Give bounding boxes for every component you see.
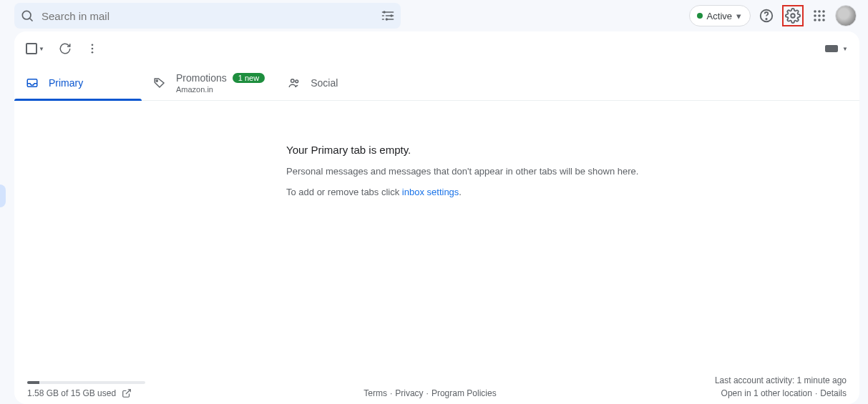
empty-state: Your Primary tab is empty. Personal mess… <box>14 101 859 370</box>
empty-line3: To add or remove tabs click inbox settin… <box>286 187 859 197</box>
svg-point-7 <box>791 14 795 18</box>
svg-point-2 <box>383 11 385 13</box>
tab-subtitle: Amazon.in <box>176 85 265 94</box>
svg-point-4 <box>386 18 388 20</box>
empty-title: Your Primary tab is empty. <box>286 144 859 156</box>
svg-point-10 <box>822 10 825 13</box>
privacy-link[interactable]: Privacy <box>395 388 423 398</box>
search-icon <box>20 9 34 23</box>
open-in-new-icon[interactable] <box>122 388 132 398</box>
svg-point-13 <box>822 14 825 17</box>
tab-label: Social <box>311 77 338 89</box>
category-tabs: Primary Promotions 1 new Amazon.in Socia… <box>14 66 859 101</box>
status-label: Active <box>707 11 732 21</box>
svg-point-3 <box>390 14 392 16</box>
svg-point-16 <box>822 19 825 21</box>
svg-point-0 <box>22 11 31 19</box>
details-link[interactable]: Details <box>820 388 847 398</box>
people-icon <box>288 77 301 89</box>
svg-point-18 <box>92 48 94 50</box>
settings-button[interactable] <box>782 5 804 26</box>
chevron-down-icon: ▾ <box>736 11 741 21</box>
tag-icon <box>153 77 166 89</box>
svg-point-23 <box>296 80 298 83</box>
footer-links: Terms·Privacy·Program Policies <box>145 388 715 398</box>
activity-line2: Open in 1 other location <box>721 388 812 398</box>
activity-line1: Last account activity: 1 minute ago <box>715 375 847 385</box>
storage-section: 1.58 GB of 15 GB used <box>27 381 145 398</box>
chevron-down-icon: ▼ <box>39 46 44 52</box>
inbox-icon <box>26 77 39 89</box>
tab-primary[interactable]: Primary <box>14 66 142 100</box>
tab-label: Promotions <box>176 72 227 84</box>
storage-text: 1.58 GB of 15 GB used <box>27 388 116 398</box>
toolbar: ▼ ▼ <box>14 31 859 66</box>
tab-social[interactable]: Social <box>276 66 404 100</box>
active-status-dot-icon <box>697 13 703 19</box>
storage-bar <box>27 381 145 384</box>
new-badge: 1 new <box>233 73 265 83</box>
status-chip[interactable]: Active ▾ <box>689 5 751 26</box>
tab-promotions[interactable]: Promotions 1 new Amazon.in <box>142 66 276 100</box>
input-tool-button[interactable]: ▼ <box>825 45 848 52</box>
svg-line-1 <box>30 19 33 21</box>
activity-section: Last account activity: 1 minute ago Open… <box>715 375 847 398</box>
inbox-settings-link[interactable]: inbox settings <box>402 187 459 197</box>
search-box[interactable] <box>14 3 401 29</box>
checkbox-icon <box>26 43 37 54</box>
account-avatar[interactable] <box>835 5 857 26</box>
compose-nub[interactable] <box>0 184 6 207</box>
svg-point-6 <box>766 19 766 19</box>
keyboard-icon <box>825 45 838 52</box>
svg-point-9 <box>818 10 821 13</box>
svg-point-22 <box>291 79 295 83</box>
header: Active ▾ <box>0 0 868 31</box>
search-input[interactable] <box>42 10 374 22</box>
svg-point-17 <box>92 44 94 46</box>
chevron-down-icon: ▼ <box>842 46 848 52</box>
svg-point-19 <box>92 51 94 54</box>
support-button[interactable] <box>756 6 776 26</box>
select-all-checkbox[interactable]: ▼ <box>26 43 44 54</box>
svg-point-21 <box>156 80 157 82</box>
search-options-icon[interactable] <box>381 9 395 23</box>
svg-point-12 <box>818 14 821 17</box>
svg-point-14 <box>814 19 816 21</box>
svg-point-15 <box>818 19 821 21</box>
tab-label: Primary <box>49 77 83 89</box>
svg-point-8 <box>814 10 816 13</box>
apps-button[interactable] <box>809 6 829 26</box>
terms-link[interactable]: Terms <box>364 388 387 398</box>
svg-point-11 <box>814 14 816 17</box>
footer: 1.58 GB of 15 GB used Terms·Privacy·Prog… <box>14 370 859 404</box>
more-button[interactable] <box>86 42 99 55</box>
empty-line2: Personal messages and messages that don'… <box>286 166 859 177</box>
main-panel: ▼ ▼ Primary Promotions <box>14 31 859 404</box>
policies-link[interactable]: Program Policies <box>431 388 497 398</box>
refresh-button[interactable] <box>59 42 72 55</box>
